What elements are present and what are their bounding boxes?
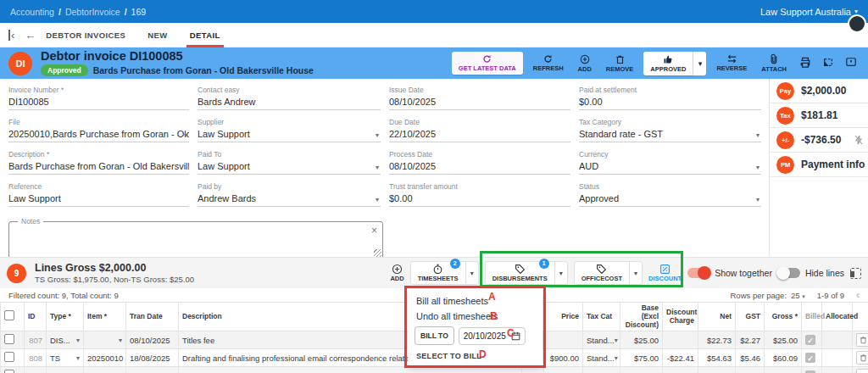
bill-to-button[interactable]: BILL TO [415,326,454,345]
pagination: Rows per page: 25 ▾ 1-9 of 9 ‹ [731,289,860,301]
chevron-down-icon[interactable]: ▾ [756,196,760,203]
add-line-button[interactable]: ADD [390,264,403,282]
resize-handle[interactable] [374,249,381,257]
menu-item-select-to-bill[interactable]: SELECT TO BILL [408,348,542,360]
field-tax-category[interactable]: Tax Category Standard rate - GST ▾ [579,118,761,150]
refresh-icon [482,54,492,64]
app-window: Accounting/DebtorInvoice/169 Law Support… [0,0,868,373]
field-supplier[interactable]: Supplier Law Support ▾ [198,118,381,150]
row-checkbox[interactable] [4,352,14,362]
delete-row-button[interactable] [856,333,868,347]
plus-minus-badge: +/- [776,131,794,149]
field-issue-date[interactable]: Issue Date 08/10/2025 [389,86,570,118]
breadcrumb: Accounting/DebtorInvoice/169 [10,7,146,17]
trash-icon [615,54,625,64]
discount-icon [659,264,670,275]
back-arrow-icon[interactable]: ← [25,30,36,41]
remove-button[interactable]: REMOVE [602,53,638,75]
discount-button[interactable]: DISCOUNT [648,264,682,282]
field-trust-transfer[interactable]: Trust transfer amount $0.00 [389,182,570,214]
record-header: DI Debtor invoice DI100085 Approved Bard… [0,47,868,79]
field-description[interactable]: Description * Bards Purchase from Goran … [8,150,189,182]
collapse-left-icon[interactable]: ‹ [8,30,14,41]
add-button[interactable]: ADD [574,53,596,75]
print-button[interactable] [797,54,814,73]
approved-dropdown-caret[interactable]: ▾ [693,52,706,75]
feedback-button[interactable] [843,54,860,73]
timesheets-count-badge: 2 [450,259,460,269]
breadcrumb-debtorinvoice[interactable]: DebtorInvoice [65,7,120,17]
adjustment-row[interactable]: +/- -$736.50 [770,128,868,153]
timesheets-dropdown-caret[interactable]: ▾ [466,261,479,285]
field-status[interactable]: Status Approved ▾ [579,182,761,214]
tab-detail[interactable]: DETAIL [190,23,220,47]
field-paid-at-settlement[interactable]: Paid at settlement $0.00 [579,86,761,118]
status-badge: Approved [41,64,88,76]
tab-new[interactable]: NEW [147,23,167,47]
org-selector[interactable]: Law Support Australia ▾ [760,7,858,17]
field-reference[interactable]: Reference Law Support [8,182,189,214]
field-invoice-number[interactable]: Invoice Number * DI100085 [8,86,189,118]
pay-row[interactable]: Pay $2,000.00 [770,79,868,103]
row-checkbox[interactable] [4,370,14,373]
timesheets-button[interactable]: 2 TIMESHEETS [410,261,466,285]
hide-lines-toggle[interactable]: Hide lines [778,268,844,278]
menu-item-bill-all-timesheets[interactable]: Bill all timesheets [408,293,542,309]
chevron-down-icon[interactable]: ▾ [376,196,379,203]
officecost-button[interactable]: OFFICECOST [574,261,630,285]
user-avatar[interactable] [848,14,866,33]
field-file[interactable]: File 20250010,Bards Purchase from Goran … [8,118,189,150]
bill-to-date-input[interactable]: 20/10/2025 [459,327,526,345]
top-bar: Accounting/DebtorInvoice/169 Law Support… [0,0,868,23]
delete-row-button[interactable] [856,369,868,373]
notes-textarea[interactable]: Notes × [8,221,383,259]
chevron-down-icon: ▾ [76,354,80,362]
tag-icon [515,264,526,275]
refresh-button[interactable]: REFRESH [529,53,568,74]
thumbs-up-icon [663,54,673,64]
chevron-down-icon[interactable]: ▾ [756,131,760,139]
chevron-down-icon[interactable]: ▾ [376,131,379,139]
field-due-date[interactable]: Due Date 22/10/2025 [389,118,570,150]
disbursements-button[interactable]: 1 DISBURSEMENTS [485,261,555,285]
show-together-toggle[interactable]: Show together [687,268,772,278]
refresh-icon [543,54,553,64]
copy-selection-icon[interactable] [850,268,861,279]
chevron-down-icon: ▾ [615,337,618,344]
page-title: Debtor invoice DI100085 [41,50,314,64]
tax-row[interactable]: Tax $181.81 [770,103,868,128]
row-checkbox[interactable] [4,334,14,344]
rows-per-page-select[interactable]: 25 ▾ [791,291,805,300]
attach-button[interactable]: ATTACH [757,52,791,75]
select-all-checkbox[interactable] [4,310,14,320]
officecost-dropdown-caret[interactable]: ▾ [630,261,643,285]
get-latest-data-button[interactable]: GET LATEST DATA [452,52,523,75]
approved-button[interactable]: APPROVED [643,52,693,75]
disbursements-dropdown-caret[interactable]: ▾ [555,261,568,285]
field-process-date[interactable]: Process Date 08/10/2025 [389,150,570,182]
printer-icon [799,57,811,68]
delete-row-button[interactable] [856,351,868,365]
trash-icon [860,336,867,344]
field-paid-to[interactable]: Paid To Law Support ▾ [198,150,381,182]
chevron-down-icon[interactable]: ▾ [184,131,187,139]
billed-checkbox: ✓ [805,335,815,345]
chevron-down-icon[interactable]: ▾ [756,164,760,171]
field-contact-easy[interactable]: Contact easy Bards Andrew [198,86,381,118]
tab-debtor-invoices[interactable]: DEBTOR INVOICES [46,23,125,47]
breadcrumb-accounting[interactable]: Accounting [10,7,54,17]
prev-page-icon[interactable]: ‹ [856,289,860,301]
field-currency[interactable]: Currency AUD ▾ [579,150,761,182]
table-row[interactable]: 809 TS▾ 20250010 15/09/2025 Conducting t… [1,367,868,373]
stopwatch-icon [432,264,443,275]
reverse-button[interactable]: REVERSE [712,53,751,74]
chevron-down-icon[interactable]: ▾ [376,164,379,171]
menu-item-undo-all-timesheets[interactable]: Undo all timesheets [408,309,542,324]
pay-badge: Pay [776,82,794,100]
copy-selection-button[interactable] [820,54,837,73]
clear-notes-icon[interactable]: × [371,225,377,237]
plus-circle-icon [392,264,403,275]
field-paid-by[interactable]: Paid by Andrew Bards ▾ [198,182,381,214]
pay-amount: $2,000.00 [801,85,846,97]
payment-info-row[interactable]: PM Payment info [770,153,868,177]
